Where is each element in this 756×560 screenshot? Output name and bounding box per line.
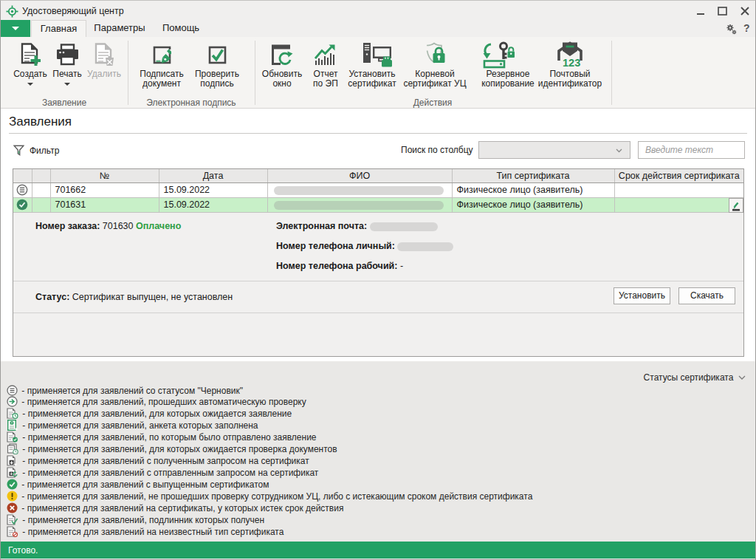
svg-text:123: 123 <box>563 57 580 69</box>
